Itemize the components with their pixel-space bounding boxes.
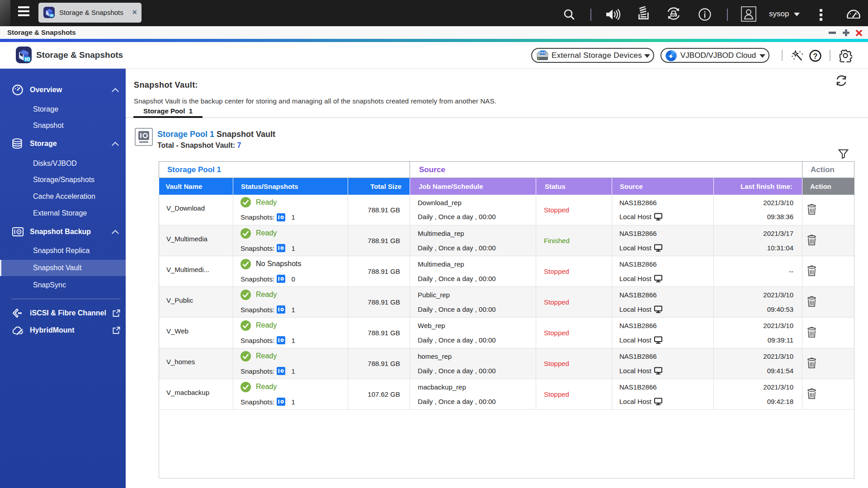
svg-text:RAID: RAID bbox=[539, 51, 547, 54]
svg-text:?: ? bbox=[813, 52, 818, 60]
